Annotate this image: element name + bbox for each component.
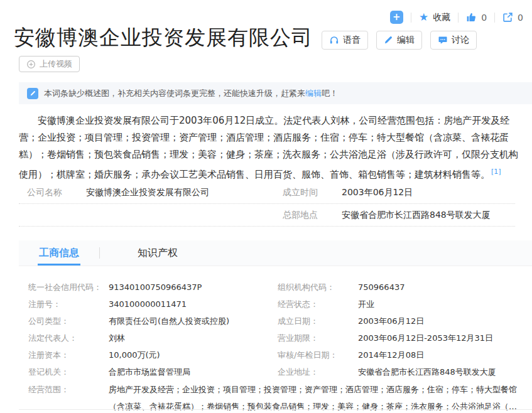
detail-label: 登记机关： (28, 367, 109, 378)
tab-divider (99, 247, 100, 259)
detail-label: 公司类型： (28, 316, 109, 327)
like-button[interactable]: 0 (466, 12, 487, 23)
infobox-empty-cell (19, 204, 274, 226)
detail-value: 刘林 (109, 333, 125, 344)
detail-value: 有限责任公司(自然人投资或控股) (109, 316, 229, 327)
infobox-row: 总部地点 安徽省合肥市长江西路848号联发大厦 (19, 204, 515, 227)
pencil-icon (384, 35, 393, 45)
thumb-up-icon (466, 12, 477, 23)
infobox-value: 2003年06月12日 (342, 187, 413, 198)
circle-plus-icon (26, 60, 36, 69)
upload-video-button[interactable]: 上传视频 (19, 56, 80, 72)
notice-edit-link[interactable]: 编辑 (305, 88, 322, 99)
tab-strip: 工商信息 知识产权 (19, 240, 532, 266)
infobox-company-name: 公司名称 安徽博澳企业投资发展有限公司 (19, 181, 274, 203)
favorite-label: 收藏 (433, 12, 450, 23)
pencil-badge-icon (27, 88, 38, 99)
top-action-bar: + ★ 收藏 0 0 (390, 11, 523, 24)
detail-label: 注册资本： (28, 350, 109, 361)
reference-link[interactable]: [1] (491, 168, 501, 176)
detail-row: 企业地址：安徽省合肥市长江西路848号联发大厦 (268, 363, 521, 380)
detail-row: 法定代表人：刘林 (19, 330, 268, 346)
infobox-label: 总部地点 (283, 210, 342, 221)
like-count: 0 (481, 13, 487, 23)
infobox-row: 公司名称 安徽博澳企业投资发展有限公司 成立时间 2003年06月12日 (19, 181, 515, 204)
infobox-label: 公司名称 (27, 187, 86, 198)
details-left-column: 统一社会信用代码：91340100750966437P 注册号：34010000… (19, 279, 268, 380)
business-details: 统一社会信用代码：91340100750966437P 注册号：34010000… (19, 279, 521, 413)
detail-row: 组织机构代码：750966437 (268, 279, 521, 296)
detail-value: 2014年12月08日 (358, 350, 424, 361)
detail-row: 公司类型：有限责任公司(自然人投资或控股) (19, 313, 268, 330)
detail-label: 经营范围： (28, 381, 109, 413)
detail-row: 营业期限：2003年06月12日-2053年12月31日 (268, 330, 521, 346)
detail-value: 2003年06月12日-2053年12月31日 (358, 333, 493, 344)
divider (411, 13, 411, 23)
title-row: 安徽博澳企业投资发展有限公司 语音 编辑 讨论 (14, 24, 477, 52)
detail-value: 750966437 (358, 282, 404, 292)
infobox: 公司名称 安徽博澳企业投资发展有限公司 成立时间 2003年06月12日 总部地… (19, 181, 515, 227)
detail-label: 法定代表人： (28, 333, 109, 344)
discuss-button[interactable]: 讨论 (430, 31, 477, 50)
detail-value: 340100000011471 (109, 299, 187, 309)
detail-row: 登记机关：合肥市市场监督管理局 (19, 363, 268, 380)
infobox-value: 安徽博澳企业投资发展有限公司 (86, 187, 209, 198)
detail-value: 合肥市市场监督管理局 (109, 367, 190, 378)
discuss-label: 讨论 (452, 35, 469, 46)
summary-paragraph: 安徽博澳企业投资发展有限公司于2003年06月12日成立。法定代表人刘林，公司经… (19, 112, 526, 183)
detail-label: 审核/年检日期： (278, 350, 358, 361)
details-right-column: 组织机构代码：750966437 经营状态：开业 成立日期：2003年06月12… (268, 279, 521, 380)
business-scope-row: 经营范围： 房地产开发及经营；企业投资；项目管理；投资管理；资产管理；酒店管理；… (19, 381, 521, 413)
detail-label: 经营状态： (278, 299, 358, 310)
detail-label: 企业地址： (278, 367, 358, 378)
divider (458, 13, 459, 23)
detail-label: 注册号： (28, 299, 109, 310)
upload-video-label: 上传视频 (40, 58, 72, 70)
business-scope-value: 房地产开发及经营；企业投资；项目管理；投资管理；资产管理；酒店管理；酒店服务；住… (109, 381, 521, 413)
infobox-label: 成立时间 (283, 187, 342, 198)
detail-value: 2003年06月12日 (358, 316, 424, 327)
detail-label: 成立日期： (278, 316, 358, 327)
voice-button[interactable]: 语音 (322, 31, 368, 50)
page-title: 安徽博澳企业投资发展有限公司 (14, 24, 313, 52)
detail-row: 经营状态：开业 (268, 296, 521, 313)
add-to-collection-icon[interactable]: + (390, 11, 403, 24)
star-icon: ★ (419, 12, 428, 23)
share-button[interactable]: 0 (502, 12, 523, 23)
share-count: 0 (518, 13, 523, 23)
bottom-divider (19, 409, 532, 410)
divider (494, 13, 495, 23)
detail-value: 安徽省合肥市长江西路848号联发大厦 (358, 367, 496, 378)
detail-label: 营业期限： (278, 333, 358, 344)
edit-button[interactable]: 编辑 (376, 31, 422, 50)
tab-business-info[interactable]: 工商信息 (38, 240, 80, 266)
notice-text-after: 吧！ (322, 88, 338, 99)
edit-label: 编辑 (397, 35, 415, 46)
detail-row: 审核/年检日期：2014年12月08日 (268, 346, 521, 363)
title-tool-buttons: 语音 编辑 讨论 (322, 31, 477, 50)
favorite-button[interactable]: ★ 收藏 (419, 12, 450, 23)
headphones-icon (329, 35, 339, 45)
detail-label: 组织机构代码： (278, 282, 358, 293)
detail-row: 成立日期：2003年06月12日 (268, 313, 521, 330)
share-icon (502, 12, 513, 23)
infobox-headquarters: 总部地点 安徽省合肥市长江西路848号联发大厦 (274, 204, 515, 226)
detail-row: 统一社会信用代码：91340100750966437P (19, 279, 268, 296)
notice-text-before: 本词条缺少概述图，补充相关内容使词条更完整，还能快速升级，赶紧来 (44, 88, 305, 99)
detail-value: 开业 (358, 299, 374, 310)
tab-intellectual-property[interactable]: 知识产权 (136, 240, 179, 266)
infobox-value: 安徽省合肥市长江西路848号联发大厦 (342, 210, 491, 221)
baike-entry-page: + ★ 收藏 0 0 安徽博澳企业投资发展有限公司 (0, 0, 532, 413)
chat-bubble-icon (438, 35, 448, 45)
infobox-founded: 成立时间 2003年06月12日 (274, 181, 515, 203)
detail-value: 10,000万(元) (109, 350, 160, 361)
detail-row: 注册号：340100000011471 (19, 296, 268, 313)
detail-label: 统一社会信用代码： (28, 282, 109, 293)
summary-text: 安徽博澳企业投资发展有限公司于2003年06月12日成立。法定代表人刘林，公司经… (19, 115, 518, 180)
voice-label: 语音 (343, 35, 361, 46)
notice-bar: 本词条缺少概述图，补充相关内容使词条更完整，还能快速升级，赶紧来编辑吧！ (19, 82, 532, 104)
detail-row: 注册资本：10,000万(元) (19, 346, 268, 363)
detail-value: 91340100750966437P (109, 282, 202, 292)
